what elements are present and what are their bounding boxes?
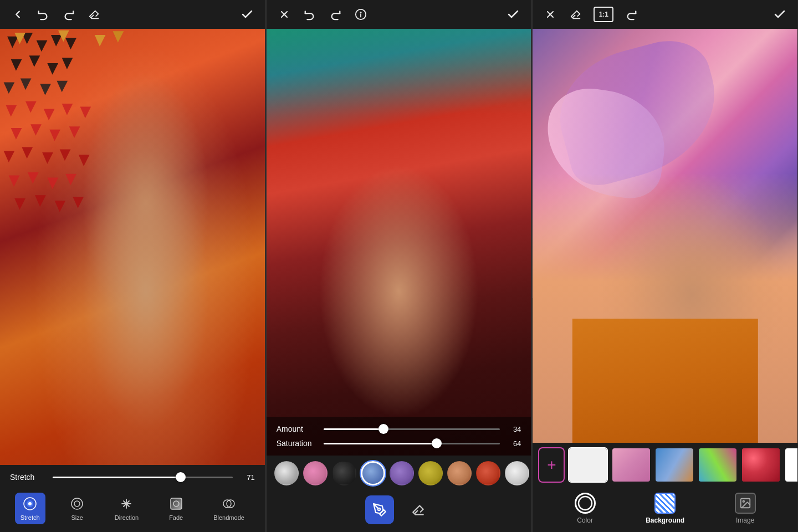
rotate-button[interactable]: [623, 7, 639, 22]
mode-background[interactable]: Background: [646, 493, 684, 524]
tool-direction[interactable]: Direction: [109, 493, 144, 524]
panel-2: Amount 34 Saturation 64: [267, 0, 532, 532]
svg-marker-13: [6, 105, 17, 117]
close-button-3[interactable]: [543, 7, 558, 22]
mode-color[interactable]: Color: [575, 493, 596, 524]
tool-fade[interactable]: Fade: [163, 493, 190, 524]
thumbnail-5[interactable]: [741, 447, 781, 483]
stretch-slider-value: 71: [239, 473, 255, 482]
image-canvas-3[interactable]: [533, 29, 797, 443]
tool-stretch-label: Stretch: [21, 514, 40, 521]
redo-button-2[interactable]: [328, 7, 343, 22]
svg-marker-30: [65, 174, 76, 186]
tool-bar-1: Stretch Size: [0, 487, 265, 532]
swatch-red[interactable]: [476, 461, 500, 485]
amount-slider-value: 34: [505, 425, 521, 433]
svg-marker-19: [30, 124, 42, 136]
amount-label: Amount: [277, 424, 318, 433]
confirm-button-2[interactable]: [505, 7, 521, 22]
svg-point-63: [743, 500, 744, 502]
tool-blendmode[interactable]: Blendmode: [208, 493, 250, 524]
svg-marker-21: [69, 126, 80, 138]
svg-marker-0: [7, 37, 18, 48]
svg-marker-34: [73, 197, 84, 208]
eraser-button[interactable]: [404, 495, 433, 524]
saturation-slider-value: 64: [505, 439, 521, 448]
svg-marker-14: [25, 101, 37, 113]
svg-marker-18: [11, 128, 22, 140]
amount-slider-track[interactable]: [324, 428, 500, 430]
info-icon[interactable]: [353, 7, 369, 22]
svg-marker-5: [11, 59, 22, 71]
undo-button[interactable]: [35, 7, 51, 22]
swatch-silver[interactable]: [274, 461, 299, 485]
photo-clothing-3: [572, 319, 758, 443]
thumb-inner-1: [569, 448, 607, 482]
color-mode-icon: [575, 493, 596, 514]
image-canvas-2[interactable]: Amount 34 Saturation 64: [267, 29, 531, 456]
panel-1: Stretch 71 Stretch: [0, 0, 265, 532]
swatch-blue[interactable]: [361, 461, 385, 485]
saturation-slider-fill: [324, 443, 437, 444]
svg-marker-33: [55, 201, 66, 212]
saturation-slider-track[interactable]: [324, 443, 500, 444]
thumbnail-strip: +: [533, 443, 797, 487]
svg-marker-7: [47, 63, 58, 75]
thumb-inner-6: [785, 448, 797, 482]
mode-bar: Color Background Image: [533, 487, 797, 532]
thumb-inner-3: [656, 448, 693, 482]
amount-slider-row: Amount 34: [277, 424, 521, 433]
thumbnail-2[interactable]: [611, 447, 651, 483]
thumbnail-3[interactable]: [654, 447, 694, 483]
svg-marker-6: [29, 55, 40, 67]
svg-marker-12: [57, 81, 68, 93]
thumbnail-6[interactable]: [784, 447, 797, 483]
eraser-icon[interactable]: [86, 7, 102, 22]
swatch-purple[interactable]: [390, 461, 414, 485]
swatch-gold[interactable]: [418, 461, 443, 485]
swatch-pink[interactable]: [303, 461, 328, 485]
svg-point-43: [74, 501, 80, 507]
stretch-label: Stretch: [10, 473, 46, 482]
svg-marker-32: [35, 195, 46, 207]
bottom-panel-2: [267, 456, 531, 532]
tool-size[interactable]: Size: [64, 493, 90, 524]
svg-marker-27: [9, 175, 20, 187]
undo-button-2[interactable]: [302, 7, 318, 22]
thumbnail-4[interactable]: [698, 447, 738, 483]
tool-fade-label: Fade: [169, 514, 183, 521]
svg-marker-9: [4, 82, 15, 94]
swatch-black[interactable]: [332, 461, 356, 485]
triangles-overlay: [0, 29, 146, 334]
redo-button[interactable]: [61, 7, 76, 22]
svg-marker-17: [80, 106, 91, 118]
tool-stretch[interactable]: Stretch: [15, 493, 45, 524]
close-button-2[interactable]: [277, 7, 292, 22]
svg-marker-31: [14, 198, 25, 210]
saturation-label: Saturation: [277, 439, 318, 448]
thumb-inner-5: [742, 448, 780, 482]
image-canvas-1[interactable]: [0, 29, 265, 465]
stretch-slider-track[interactable]: [53, 477, 233, 478]
bottom-panel-3: +: [533, 443, 797, 532]
mode-image[interactable]: Image: [735, 493, 756, 524]
confirm-button-3[interactable]: [772, 7, 787, 22]
back-button[interactable]: [10, 7, 25, 22]
bottom-panel-1: Stretch 71 Stretch: [0, 465, 265, 532]
background-mode-icon: [654, 493, 676, 514]
swatch-light-silver[interactable]: [505, 461, 529, 485]
confirm-button[interactable]: [239, 7, 255, 22]
eraser-icon-3[interactable]: [568, 7, 584, 22]
tool-direction-label: Direction: [115, 514, 139, 521]
ratio-button[interactable]: 1:1: [594, 7, 613, 22]
brush-button[interactable]: [365, 495, 394, 524]
swatch-copper[interactable]: [447, 461, 472, 485]
saturation-slider-row: Saturation 64: [277, 439, 521, 448]
thumbnail-1[interactable]: [568, 447, 608, 483]
svg-marker-37: [95, 35, 106, 47]
add-background-button[interactable]: +: [538, 447, 565, 483]
svg-point-42: [71, 498, 83, 509]
fade-icon: [168, 496, 184, 511]
sliders-overlay: Amount 34 Saturation 64: [267, 417, 531, 456]
saturation-slider-thumb: [432, 438, 442, 448]
